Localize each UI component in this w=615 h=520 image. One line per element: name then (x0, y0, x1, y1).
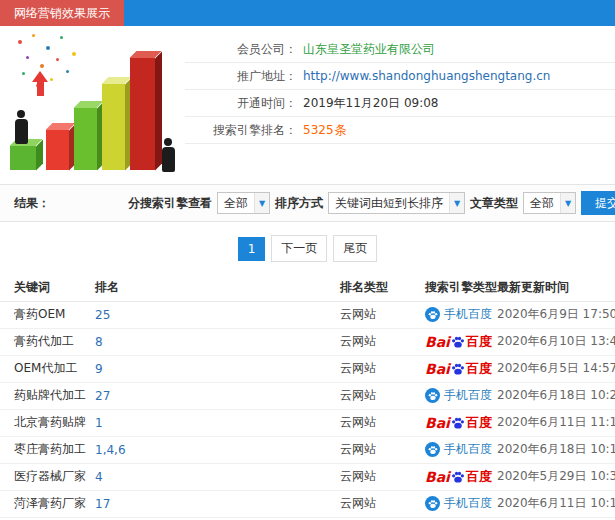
table-row: 枣庄膏药加工 1,4,6 云网站 手机百度 2020年6月18日 10:19 (0, 436, 615, 463)
info-row-member: 会员公司： 山东皇圣堂药业有限公司 (185, 36, 615, 63)
bar-red (46, 130, 69, 170)
info-rows: 会员公司： 山东皇圣堂药业有限公司 推广地址： http://www.shand… (185, 26, 615, 184)
info-row-engine-rank: 搜索引擎排名： 5325 条 (185, 117, 615, 144)
engine-label: 手机百度 (444, 441, 492, 458)
mobile-baidu-logo: 手机百度 (425, 387, 492, 404)
member-label: 会员公司： (185, 41, 297, 58)
rank-type-cell: 云网站 (340, 382, 425, 409)
baidu-logo: Bai百度 (425, 414, 492, 432)
bar-chart-illustration (0, 26, 185, 184)
paw-icon (425, 388, 440, 403)
article-type-select[interactable]: 全部 ▼ (523, 192, 576, 214)
table-row: 医疗器械厂家 4 云网站 Bai百度 2020年5月29日 10:32 (0, 463, 615, 490)
result-label: 结果： (14, 195, 50, 212)
paw-icon (425, 442, 440, 457)
chevron-down-icon: ▼ (449, 193, 464, 213)
up-arrow-icon (32, 71, 48, 96)
paw-icon (451, 416, 465, 430)
keyword-cell: 膏药OEM (0, 301, 95, 328)
rank-link[interactable]: 8 (95, 335, 103, 349)
bar-yellow (102, 84, 125, 170)
url-label: 推广地址： (185, 68, 297, 85)
submit-button[interactable]: 提交 (581, 191, 615, 215)
updated-cell: 2020年5月29日 10:32 (497, 463, 615, 490)
bar-pedestal (10, 146, 36, 170)
rank-type-cell: 云网站 (340, 301, 425, 328)
table-row: 药贴牌代加工 27 云网站 手机百度 2020年6月18日 10:25 (0, 382, 615, 409)
table-row: 膏药OEM 25 云网站 手机百度 2020年6月9日 17:50 (0, 301, 615, 328)
businessman-left (13, 110, 29, 144)
keyword-cell: 菏泽膏药厂家 (0, 490, 95, 517)
engine-label: 手机百度 (444, 306, 492, 323)
baidu-logo: Bai百度 (425, 468, 492, 486)
updated-cell: 2020年6月9日 17:50 (497, 301, 615, 328)
engine-filter-select[interactable]: 全部 ▼ (217, 192, 270, 214)
businessman-right (160, 138, 176, 172)
table-row: 菏泽膏药厂家 17 云网站 手机百度 2020年6月11日 10:17 (0, 490, 615, 517)
rank-link[interactable]: 25 (95, 308, 110, 322)
filter-controls: 分搜索引擎查看 全部 ▼ 排序方式 关键词由短到长排序 ▼ 文章类型 全部 ▼ … (128, 191, 615, 215)
pagination-current-page[interactable]: 1 (238, 237, 266, 261)
top-bar: 网络营销效果展示 (0, 0, 615, 26)
page-title: 网络营销效果展示 (0, 0, 124, 26)
open-time-value: 2019年11月20日 09:08 (303, 95, 438, 112)
paw-icon (425, 496, 440, 511)
open-time-label: 开通时间： (185, 95, 297, 112)
baidu-logo: Bai百度 (425, 333, 492, 351)
engine-filter-value: 全部 (224, 195, 248, 212)
engine-label: 手机百度 (444, 495, 492, 512)
filter-bar: 结果： 分搜索引擎查看 全部 ▼ 排序方式 关键词由短到长排序 ▼ 文章类型 全… (0, 184, 615, 222)
mobile-baidu-logo: 手机百度 (425, 441, 492, 458)
baidu-logo: Bai百度 (425, 360, 492, 378)
engine-rank-unit: 条 (335, 122, 347, 139)
keyword-cell: 膏药代加工 (0, 328, 95, 355)
table-header-row: 关键词 排名 排名类型 搜索引擎类型 最新更新时间 (0, 275, 615, 301)
rank-link[interactable]: 4 (95, 470, 103, 484)
pagination: 1 下一页 尾页 (0, 222, 615, 275)
paw-icon (451, 470, 465, 484)
bar-green (74, 108, 97, 170)
header-rank: 排名 (95, 275, 340, 301)
engine-rank-count: 5325 (303, 123, 334, 137)
engine-label: 手机百度 (444, 387, 492, 404)
header-engine-type: 搜索引擎类型 (425, 275, 497, 301)
rank-link[interactable]: 17 (95, 497, 110, 511)
rank-type-cell: 云网站 (340, 355, 425, 382)
paw-icon (451, 362, 465, 376)
sort-filter-value: 关键词由短到长排序 (335, 195, 443, 212)
paw-icon (425, 307, 440, 322)
article-type-label: 文章类型 (470, 195, 518, 212)
updated-cell: 2020年6月10日 13:40 (497, 328, 615, 355)
engine-filter-label: 分搜索引擎查看 (128, 195, 212, 212)
pagination-last-button[interactable]: 尾页 (333, 235, 377, 262)
info-row-open-time: 开通时间： 2019年11月20日 09:08 (185, 90, 615, 117)
updated-cell: 2020年6月11日 11:18 (497, 409, 615, 436)
sort-filter-label: 排序方式 (275, 195, 323, 212)
table-row: OEM代加工 9 云网站 Bai百度 2020年6月5日 14:57 (0, 355, 615, 382)
mobile-baidu-logo: 手机百度 (425, 306, 492, 323)
sort-filter-select[interactable]: 关键词由短到长排序 ▼ (328, 192, 465, 214)
rank-type-cell: 云网站 (340, 436, 425, 463)
keyword-cell: 北京膏药贴牌 (0, 409, 95, 436)
paw-icon (451, 335, 465, 349)
rank-link[interactable]: 27 (95, 389, 110, 403)
member-company-link[interactable]: 山东皇圣堂药业有限公司 (303, 41, 435, 58)
mobile-baidu-logo: 手机百度 (425, 495, 492, 512)
updated-cell: 2020年6月18日 10:19 (497, 436, 615, 463)
results-table: 关键词 排名 排名类型 搜索引擎类型 最新更新时间 膏药OEM 25 云网站 手… (0, 275, 615, 518)
engine-rank-label: 搜索引擎排名： (185, 122, 297, 139)
rank-link[interactable]: 1 (95, 416, 103, 430)
rank-type-cell: 云网站 (340, 463, 425, 490)
rank-link[interactable]: 1,4,6 (95, 443, 126, 457)
bar-maroon (130, 58, 155, 170)
rank-link[interactable]: 9 (95, 362, 103, 376)
table-row: 北京膏药贴牌 1 云网站 Bai百度 2020年6月11日 11:18 (0, 409, 615, 436)
rank-type-cell: 云网站 (340, 328, 425, 355)
updated-cell: 2020年6月11日 10:17 (497, 490, 615, 517)
rank-type-cell: 云网站 (340, 409, 425, 436)
pagination-next-button[interactable]: 下一页 (271, 235, 327, 262)
page: 网络营销效果展示 会员公司： 山东皇圣堂药业有限公司 推广地址： http://… (0, 0, 615, 520)
promotion-url-link[interactable]: http://www.shandonghuangshengtang.cn (303, 69, 550, 83)
article-type-value: 全部 (530, 195, 554, 212)
updated-cell: 2020年6月5日 14:57 (497, 355, 615, 382)
